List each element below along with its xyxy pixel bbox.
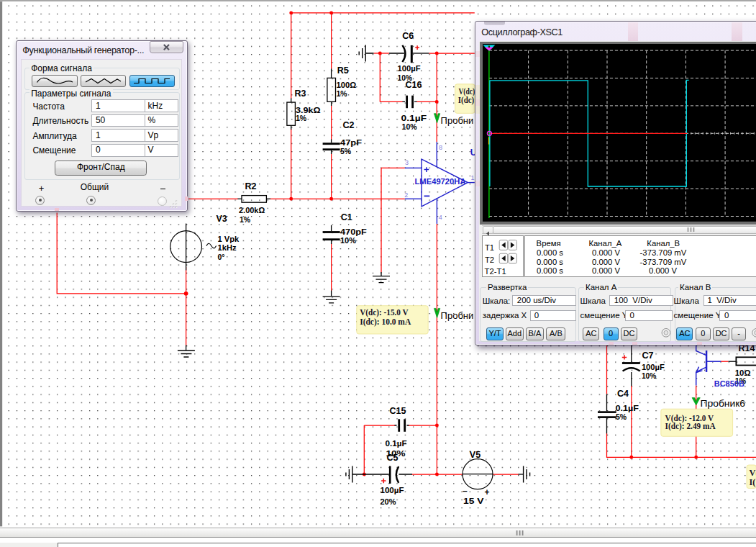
svg-text:0.1µF: 0.1µF [401,114,427,122]
svg-text:Время: Время [536,239,560,248]
svg-text:10%: 10% [386,449,406,458]
svg-text:T2-T1: T2-T1 [484,267,506,276]
svg-text:C2: C2 [342,120,354,130]
svg-text:1 Vpk: 1 Vpk [218,235,240,243]
svg-text:R2: R2 [245,181,257,191]
svg-text:C1: C1 [341,212,352,222]
svg-text:I(: I( [750,477,756,487]
svg-text:-373.709 mV: -373.709 mV [639,249,686,258]
svg-text:5%: 5% [616,412,627,421]
svg-text:5%: 5% [340,147,352,155]
svg-text:3.9kΩ: 3.9kΩ [296,106,321,114]
svg-text:0.1µF: 0.1µF [386,439,408,448]
svg-text:10%: 10% [398,73,413,82]
svg-text:100µF: 100µF [381,486,405,494]
svg-text:T1: T1 [484,243,493,252]
svg-text:8: 8 [439,144,442,151]
svg-text:LME49720HA: LME49720HA [415,177,466,186]
svg-text:10%: 10% [402,122,418,131]
svg-text:C15: C15 [390,406,406,416]
svg-text:Пробни: Пробни [441,310,474,321]
svg-text:3: 3 [405,159,409,166]
svg-text:–: – [463,486,468,496]
svg-text:2.00kΩ: 2.00kΩ [239,206,265,214]
svg-text:R3: R3 [295,89,306,99]
svg-text:0.000 s: 0.000 s [536,258,563,266]
svg-text:100µF: 100µF [398,64,422,73]
svg-text:+: + [485,487,490,497]
svg-text:10%: 10% [642,371,657,380]
svg-text:C4: C4 [617,389,629,399]
svg-text:1kHz: 1kHz [218,243,237,252]
svg-text:I(dc): 10.0 mA: I(dc): 10.0 mA [360,317,411,327]
svg-text:1: 1 [471,174,475,181]
svg-text:BC850B: BC850B [714,379,744,388]
svg-text:15 V: 15 V [463,497,484,505]
svg-text:1%: 1% [337,89,348,98]
svg-text:47pF: 47pF [340,138,363,147]
svg-text:470pF: 470pF [340,227,367,236]
svg-text:0.1µF: 0.1µF [615,404,639,412]
svg-text:C7: C7 [642,351,654,361]
svg-text:0.000 V: 0.000 V [649,266,677,275]
svg-text:-373.709 mV: -373.709 mV [639,258,686,266]
svg-text:1%: 1% [296,114,307,122]
svg-text:0°: 0° [218,253,225,261]
svg-text:10%: 10% [340,236,357,245]
svg-text:100Ω: 100Ω [337,81,357,89]
svg-text:T2: T2 [484,256,493,264]
svg-text:Канал_B: Канал_B [647,239,680,248]
svg-text:I(dc): 2.49 mA: I(dc): 2.49 mA [665,421,716,431]
svg-text:I(dc):: I(dc): [458,95,477,105]
svg-text:0.000 s: 0.000 s [536,249,563,258]
svg-text:Пробник6: Пробник6 [701,398,746,409]
svg-text:Пробни: Пробни [441,115,474,126]
svg-text:Канал_А: Канал_А [588,239,621,248]
svg-text:100µF: 100µF [642,363,665,371]
svg-text:2: 2 [404,191,408,199]
svg-text:V3: V3 [217,214,227,224]
svg-text:1%: 1% [240,215,251,224]
svg-text:C6: C6 [402,31,414,41]
svg-text:4: 4 [439,214,442,221]
svg-text:0.000 V: 0.000 V [592,258,620,266]
svg-text:20%: 20% [381,497,397,506]
svg-text:0.000 s: 0.000 s [536,266,563,275]
svg-text:0.000 V: 0.000 V [592,266,620,275]
svg-text:R5: R5 [337,65,349,76]
svg-text:V5: V5 [470,450,481,460]
svg-text:0.000 V: 0.000 V [592,249,620,258]
